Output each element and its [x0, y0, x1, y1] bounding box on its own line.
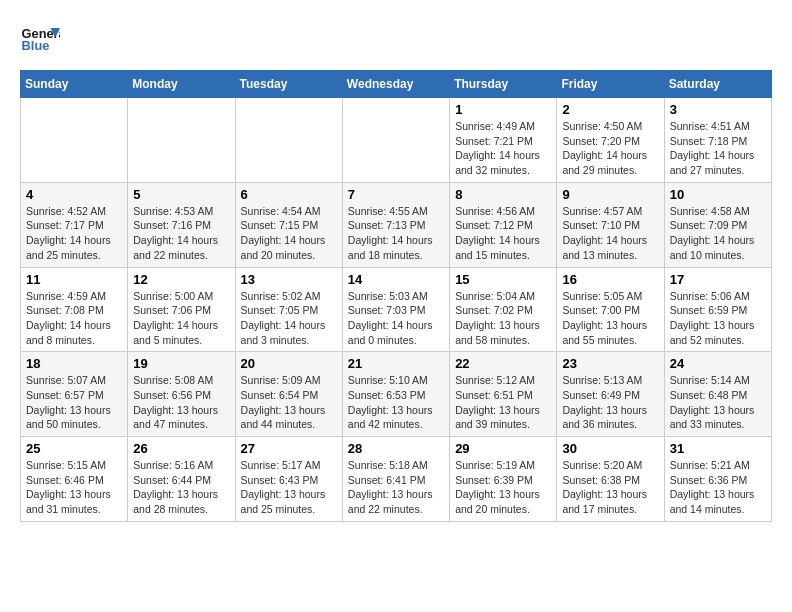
- day-info: Sunrise: 4:56 AMSunset: 7:12 PMDaylight:…: [455, 204, 551, 263]
- day-cell: 4Sunrise: 4:52 AMSunset: 7:17 PMDaylight…: [21, 182, 128, 267]
- day-number: 5: [133, 187, 229, 202]
- day-number: 11: [26, 272, 122, 287]
- day-cell: 12Sunrise: 5:00 AMSunset: 7:06 PMDayligh…: [128, 267, 235, 352]
- day-info: Sunrise: 4:55 AMSunset: 7:13 PMDaylight:…: [348, 204, 444, 263]
- day-info: Sunrise: 5:07 AMSunset: 6:57 PMDaylight:…: [26, 373, 122, 432]
- day-info: Sunrise: 5:13 AMSunset: 6:49 PMDaylight:…: [562, 373, 658, 432]
- week-row-1: 1Sunrise: 4:49 AMSunset: 7:21 PMDaylight…: [21, 98, 772, 183]
- day-info: Sunrise: 5:03 AMSunset: 7:03 PMDaylight:…: [348, 289, 444, 348]
- day-cell: 23Sunrise: 5:13 AMSunset: 6:49 PMDayligh…: [557, 352, 664, 437]
- header-friday: Friday: [557, 71, 664, 98]
- day-number: 1: [455, 102, 551, 117]
- header-wednesday: Wednesday: [342, 71, 449, 98]
- day-cell: 9Sunrise: 4:57 AMSunset: 7:10 PMDaylight…: [557, 182, 664, 267]
- day-number: 12: [133, 272, 229, 287]
- page-header: General Blue: [20, 20, 772, 60]
- day-cell: 22Sunrise: 5:12 AMSunset: 6:51 PMDayligh…: [450, 352, 557, 437]
- calendar-table: SundayMondayTuesdayWednesdayThursdayFrid…: [20, 70, 772, 522]
- day-number: 3: [670, 102, 766, 117]
- day-number: 26: [133, 441, 229, 456]
- calendar-header-row: SundayMondayTuesdayWednesdayThursdayFrid…: [21, 71, 772, 98]
- day-cell: 21Sunrise: 5:10 AMSunset: 6:53 PMDayligh…: [342, 352, 449, 437]
- day-number: 23: [562, 356, 658, 371]
- svg-text:Blue: Blue: [22, 38, 50, 53]
- day-cell: 26Sunrise: 5:16 AMSunset: 6:44 PMDayligh…: [128, 437, 235, 522]
- day-cell: 15Sunrise: 5:04 AMSunset: 7:02 PMDayligh…: [450, 267, 557, 352]
- day-number: 20: [241, 356, 337, 371]
- header-thursday: Thursday: [450, 71, 557, 98]
- day-cell: 2Sunrise: 4:50 AMSunset: 7:20 PMDaylight…: [557, 98, 664, 183]
- day-cell: [235, 98, 342, 183]
- day-cell: 24Sunrise: 5:14 AMSunset: 6:48 PMDayligh…: [664, 352, 771, 437]
- day-info: Sunrise: 5:04 AMSunset: 7:02 PMDaylight:…: [455, 289, 551, 348]
- day-number: 17: [670, 272, 766, 287]
- day-info: Sunrise: 5:08 AMSunset: 6:56 PMDaylight:…: [133, 373, 229, 432]
- day-number: 10: [670, 187, 766, 202]
- day-number: 6: [241, 187, 337, 202]
- day-cell: 7Sunrise: 4:55 AMSunset: 7:13 PMDaylight…: [342, 182, 449, 267]
- logo-icon: General Blue: [20, 20, 60, 60]
- day-number: 9: [562, 187, 658, 202]
- day-info: Sunrise: 5:09 AMSunset: 6:54 PMDaylight:…: [241, 373, 337, 432]
- day-cell: 31Sunrise: 5:21 AMSunset: 6:36 PMDayligh…: [664, 437, 771, 522]
- day-info: Sunrise: 4:50 AMSunset: 7:20 PMDaylight:…: [562, 119, 658, 178]
- day-cell: 16Sunrise: 5:05 AMSunset: 7:00 PMDayligh…: [557, 267, 664, 352]
- day-number: 25: [26, 441, 122, 456]
- day-info: Sunrise: 5:16 AMSunset: 6:44 PMDaylight:…: [133, 458, 229, 517]
- day-cell: 29Sunrise: 5:19 AMSunset: 6:39 PMDayligh…: [450, 437, 557, 522]
- day-number: 29: [455, 441, 551, 456]
- day-cell: 27Sunrise: 5:17 AMSunset: 6:43 PMDayligh…: [235, 437, 342, 522]
- day-cell: [128, 98, 235, 183]
- day-info: Sunrise: 5:05 AMSunset: 7:00 PMDaylight:…: [562, 289, 658, 348]
- day-number: 21: [348, 356, 444, 371]
- header-monday: Monday: [128, 71, 235, 98]
- day-number: 31: [670, 441, 766, 456]
- header-tuesday: Tuesday: [235, 71, 342, 98]
- day-cell: 6Sunrise: 4:54 AMSunset: 7:15 PMDaylight…: [235, 182, 342, 267]
- day-cell: 25Sunrise: 5:15 AMSunset: 6:46 PMDayligh…: [21, 437, 128, 522]
- day-number: 2: [562, 102, 658, 117]
- week-row-2: 4Sunrise: 4:52 AMSunset: 7:17 PMDaylight…: [21, 182, 772, 267]
- day-cell: 20Sunrise: 5:09 AMSunset: 6:54 PMDayligh…: [235, 352, 342, 437]
- week-row-3: 11Sunrise: 4:59 AMSunset: 7:08 PMDayligh…: [21, 267, 772, 352]
- day-info: Sunrise: 4:53 AMSunset: 7:16 PMDaylight:…: [133, 204, 229, 263]
- day-cell: 13Sunrise: 5:02 AMSunset: 7:05 PMDayligh…: [235, 267, 342, 352]
- day-cell: [21, 98, 128, 183]
- week-row-5: 25Sunrise: 5:15 AMSunset: 6:46 PMDayligh…: [21, 437, 772, 522]
- day-info: Sunrise: 5:10 AMSunset: 6:53 PMDaylight:…: [348, 373, 444, 432]
- day-cell: 8Sunrise: 4:56 AMSunset: 7:12 PMDaylight…: [450, 182, 557, 267]
- day-cell: 5Sunrise: 4:53 AMSunset: 7:16 PMDaylight…: [128, 182, 235, 267]
- week-row-4: 18Sunrise: 5:07 AMSunset: 6:57 PMDayligh…: [21, 352, 772, 437]
- day-number: 15: [455, 272, 551, 287]
- day-info: Sunrise: 5:00 AMSunset: 7:06 PMDaylight:…: [133, 289, 229, 348]
- day-info: Sunrise: 4:59 AMSunset: 7:08 PMDaylight:…: [26, 289, 122, 348]
- day-info: Sunrise: 5:19 AMSunset: 6:39 PMDaylight:…: [455, 458, 551, 517]
- day-info: Sunrise: 5:02 AMSunset: 7:05 PMDaylight:…: [241, 289, 337, 348]
- day-info: Sunrise: 5:20 AMSunset: 6:38 PMDaylight:…: [562, 458, 658, 517]
- day-cell: 28Sunrise: 5:18 AMSunset: 6:41 PMDayligh…: [342, 437, 449, 522]
- day-number: 8: [455, 187, 551, 202]
- day-info: Sunrise: 4:58 AMSunset: 7:09 PMDaylight:…: [670, 204, 766, 263]
- day-info: Sunrise: 5:21 AMSunset: 6:36 PMDaylight:…: [670, 458, 766, 517]
- day-info: Sunrise: 4:54 AMSunset: 7:15 PMDaylight:…: [241, 204, 337, 263]
- header-saturday: Saturday: [664, 71, 771, 98]
- day-info: Sunrise: 5:06 AMSunset: 6:59 PMDaylight:…: [670, 289, 766, 348]
- day-cell: 19Sunrise: 5:08 AMSunset: 6:56 PMDayligh…: [128, 352, 235, 437]
- day-info: Sunrise: 4:49 AMSunset: 7:21 PMDaylight:…: [455, 119, 551, 178]
- day-cell: 18Sunrise: 5:07 AMSunset: 6:57 PMDayligh…: [21, 352, 128, 437]
- day-cell: 1Sunrise: 4:49 AMSunset: 7:21 PMDaylight…: [450, 98, 557, 183]
- day-number: 27: [241, 441, 337, 456]
- day-number: 7: [348, 187, 444, 202]
- day-number: 30: [562, 441, 658, 456]
- day-number: 16: [562, 272, 658, 287]
- day-info: Sunrise: 5:14 AMSunset: 6:48 PMDaylight:…: [670, 373, 766, 432]
- day-info: Sunrise: 4:57 AMSunset: 7:10 PMDaylight:…: [562, 204, 658, 263]
- day-cell: 10Sunrise: 4:58 AMSunset: 7:09 PMDayligh…: [664, 182, 771, 267]
- day-info: Sunrise: 5:18 AMSunset: 6:41 PMDaylight:…: [348, 458, 444, 517]
- day-info: Sunrise: 5:12 AMSunset: 6:51 PMDaylight:…: [455, 373, 551, 432]
- day-number: 14: [348, 272, 444, 287]
- day-cell: 30Sunrise: 5:20 AMSunset: 6:38 PMDayligh…: [557, 437, 664, 522]
- day-number: 18: [26, 356, 122, 371]
- day-info: Sunrise: 5:17 AMSunset: 6:43 PMDaylight:…: [241, 458, 337, 517]
- day-number: 13: [241, 272, 337, 287]
